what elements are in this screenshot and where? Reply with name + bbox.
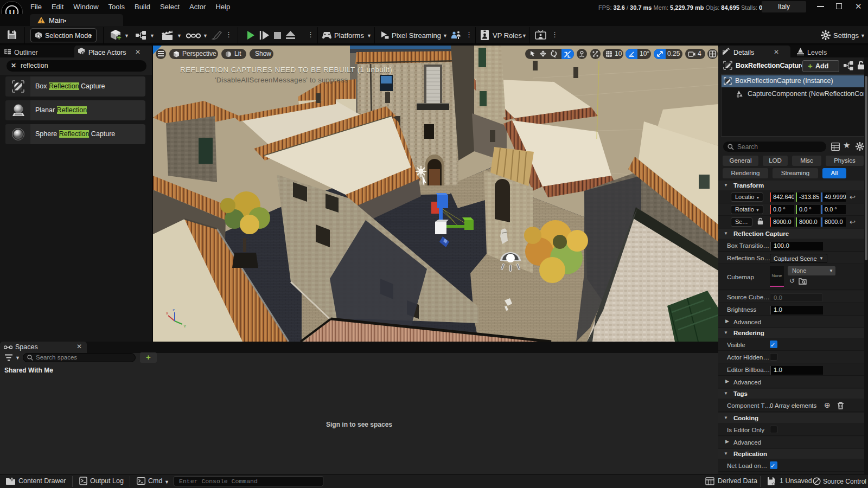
svg-text:z: z (173, 307, 175, 312)
svg-text:Y: Y (183, 324, 187, 329)
svg-text:x: x (166, 311, 168, 316)
